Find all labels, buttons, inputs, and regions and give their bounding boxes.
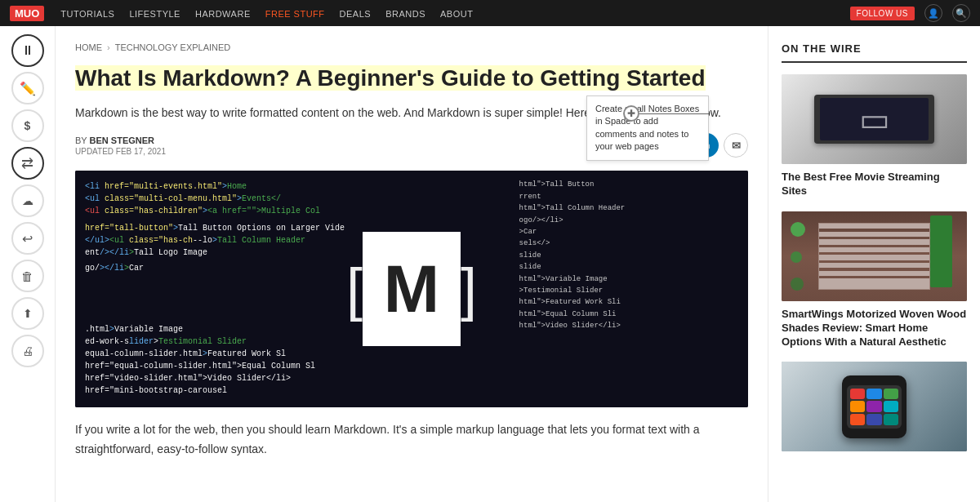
nav-item-tutorials[interactable]: TUTORIALS (60, 6, 114, 20)
breadcrumb: HOME › TECHNOLOGY EXPLAINED (75, 42, 748, 52)
trash-button[interactable]: 🗑 (11, 260, 44, 292)
annotation-popup: Create small Notes Boxes in Spade to add… (586, 96, 709, 161)
sidebar-image-2 (782, 362, 967, 451)
edit-button[interactable]: ✏️ (11, 72, 44, 104)
email-share-button[interactable]: ✉ (724, 133, 748, 158)
nav-item-deals[interactable]: DEALS (340, 6, 372, 20)
article-title: What Is Markdown? A Beginner's Guide to … (75, 65, 706, 91)
nav-links: TUTORIALS LIFESTYLE HARDWARE FREE STUFF … (60, 6, 473, 20)
user-icon[interactable]: 👤 (924, 4, 942, 22)
rotate-button[interactable]: ⇄ (11, 147, 44, 180)
nav-right: FOLLOW US 👤 🔍 (850, 4, 970, 22)
nav-item-freestuff[interactable]: FREE STUFF (265, 6, 325, 20)
undo-button[interactable]: ↩ (11, 222, 44, 255)
breadcrumb-home[interactable]: HOME (75, 42, 102, 52)
left-toolbar: ⏸ ✏️ $ ⇄ ☁ ↩ 🗑 ⬆ 🖨 (0, 26, 56, 502)
nav-item-lifestyle[interactable]: LIFESTYLE (129, 6, 180, 20)
right-sidebar: ON THE WIRE The Best Free Movie Streamin… (768, 26, 980, 502)
nav-item-about[interactable]: ABOUT (440, 6, 473, 20)
content-area: HOME › TECHNOLOGY EXPLAINED What Is Mark… (56, 26, 980, 502)
annotation-icon: ✚ (623, 105, 639, 122)
nav-item-hardware[interactable]: HARDWARE (195, 6, 251, 20)
pause-button[interactable]: ⏸ (11, 34, 44, 67)
main-layout: ⏸ ✏️ $ ⇄ ☁ ↩ 🗑 ⬆ 🖨 HOME › TECHNOLOGY EXP… (0, 26, 980, 502)
updated-label: UPDATED (75, 147, 114, 156)
breadcrumb-separator: › (107, 42, 110, 52)
search-icon[interactable]: 🔍 (952, 4, 970, 22)
annotation-line (639, 113, 709, 114)
author-info: BY BEN STEGNER UPDATED FEB 17, 2021 (75, 135, 166, 156)
cloud-button[interactable]: ☁ (11, 184, 44, 217)
sidebar-item-title-0: The Best Free Movie Streaming Sites (782, 171, 967, 198)
sidebar-item-0[interactable]: The Best Free Movie Streaming Sites (782, 74, 967, 198)
sidebar-image-1 (782, 211, 967, 301)
dollar-button[interactable]: $ (11, 109, 44, 142)
top-navigation: MUO TUTORIALS LIFESTYLE HARDWARE FREE ST… (0, 0, 980, 26)
print-button[interactable]: 🖨 (11, 335, 44, 367)
sidebar-item-1[interactable]: SmartWings Motorized Woven Wood Shades R… (782, 211, 967, 349)
author-name: BEN STEGNER (90, 135, 154, 145)
article-hero-image: <li href="multi-events.html">Home <ul cl… (75, 171, 748, 407)
sidebar-item-title-1: SmartWings Motorized Woven Wood Shades R… (782, 308, 967, 349)
article-title-block: What Is Markdown? A Beginner's Guide to … (75, 64, 748, 92)
right-code-overlay: html">Tall Button rrent html">Tall Colum… (513, 171, 748, 407)
sidebar-item-2[interactable] (782, 362, 967, 451)
site-logo[interactable]: MUO (10, 6, 44, 21)
follow-button[interactable]: FOLLOW US (850, 7, 915, 20)
markdown-logo: [ M ] (346, 232, 477, 346)
sidebar-image-0 (782, 74, 967, 164)
article-body: If you write a lot for the web, then you… (75, 420, 748, 460)
updated-date: FEB 17, 2021 (116, 147, 166, 156)
article-main: HOME › TECHNOLOGY EXPLAINED What Is Mark… (56, 26, 768, 502)
nav-item-brands[interactable]: BRANDS (385, 6, 425, 20)
sidebar-title: ON THE WIRE (782, 42, 967, 63)
author-label: BY (75, 135, 87, 145)
breadcrumb-section: TECHNOLOGY EXPLAINED (115, 42, 231, 52)
share-button[interactable]: ⬆ (11, 297, 44, 330)
